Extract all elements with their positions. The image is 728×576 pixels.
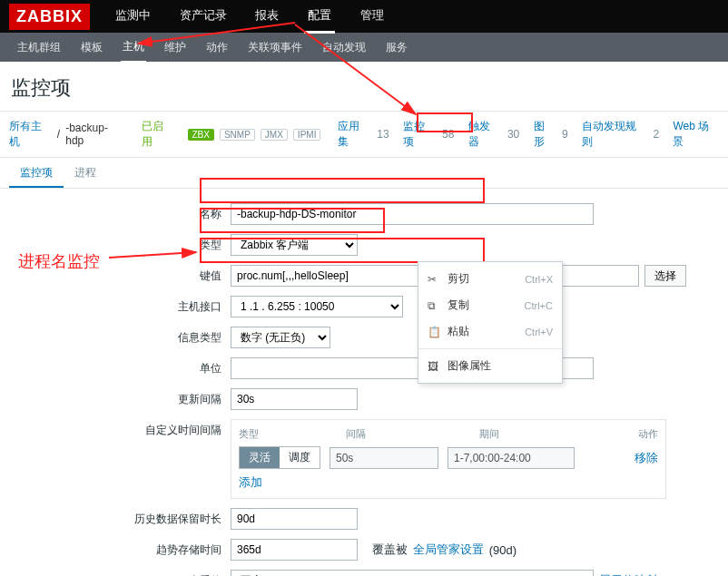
- tabs: 监控项 进程: [0, 158, 728, 189]
- ci-period-input[interactable]: [448, 447, 575, 469]
- interval-label: 更新间隔: [9, 388, 231, 407]
- graphs-count: 9: [562, 128, 568, 141]
- ctx-image-properties[interactable]: 🖼 图像属性: [418, 353, 562, 379]
- ci-col-type: 类型: [239, 427, 346, 441]
- select-key-button[interactable]: 选择: [644, 265, 686, 287]
- interface-select[interactable]: 1 .1 . 6.255 : 10050: [231, 296, 403, 317]
- host-strip: 所有主机 / -backup-hdp 已启用 ZBX SNMP JMX IPMI…: [0, 111, 728, 158]
- triggers-count: 30: [507, 128, 519, 141]
- subnav-templates[interactable]: 模板: [79, 34, 104, 62]
- nav-admin[interactable]: 管理: [357, 0, 388, 31]
- copy-icon: ⧉: [428, 299, 448, 312]
- context-menu: ✂ 剪切 Ctrl+X ⧉ 复制 Ctrl+C 📋 粘贴 Ctrl+V 🖼 图像…: [418, 261, 563, 384]
- ci-sched-option[interactable]: 调度: [280, 447, 320, 468]
- history-input[interactable]: [231, 508, 358, 530]
- nav-config[interactable]: 配置: [304, 0, 335, 34]
- unit-label: 单位: [9, 357, 231, 376]
- graphs-link[interactable]: 图形: [534, 119, 555, 150]
- nav-monitor[interactable]: 监测中: [112, 0, 154, 31]
- ctx-cut-label: 剪切: [448, 271, 525, 287]
- triggers-link[interactable]: 触发器: [468, 119, 500, 150]
- ci-add-link[interactable]: 添加: [239, 475, 262, 489]
- image-icon: 🖼: [428, 360, 448, 373]
- ci-remove-link[interactable]: 移除: [635, 450, 658, 466]
- ci-col-period: 期间: [479, 427, 613, 441]
- trend-label: 趋势存储时间: [9, 539, 231, 558]
- sep: /: [57, 128, 60, 141]
- host-status: 已启用: [142, 119, 173, 150]
- items-count: 58: [442, 128, 454, 141]
- tab-item[interactable]: 监控项: [9, 158, 64, 188]
- top-bar: ZABBIX 监测中 资产记录 报表 配置 管理: [0, 0, 728, 33]
- name-label: 名称: [9, 203, 231, 222]
- top-nav: 监测中 资产记录 报表 配置 管理: [103, 0, 397, 34]
- ipmi-badge: IPMI: [293, 129, 321, 141]
- ci-type-segment[interactable]: 灵活 调度: [239, 446, 320, 469]
- ctx-copy[interactable]: ⧉ 复制 Ctrl+C: [418, 292, 562, 318]
- sub-nav: 主机群组 模板 主机 维护 动作 关联项事件 自动发现 服务: [0, 33, 728, 62]
- trend-suffix: (90d): [489, 543, 516, 557]
- scissors-icon: ✂: [428, 273, 448, 286]
- jmx-badge: JMX: [261, 129, 288, 141]
- trend-global-link[interactable]: 全局管家设置: [413, 542, 484, 558]
- subnav-hostgroups[interactable]: 主机群组: [15, 34, 63, 62]
- ctx-cut-key: Ctrl+X: [525, 274, 553, 285]
- ci-interval-input[interactable]: [330, 447, 438, 469]
- apps-link[interactable]: 应用集: [338, 119, 369, 150]
- items-link[interactable]: 监控项: [403, 119, 435, 150]
- drules-link[interactable]: 自动发现规则: [582, 119, 645, 150]
- tab-process[interactable]: 进程: [64, 158, 107, 188]
- subnav-services[interactable]: 服务: [384, 34, 409, 62]
- subnav-correlations[interactable]: 关联项事件: [246, 34, 304, 62]
- ci-col-action: 动作: [614, 427, 658, 441]
- page-title: 监控项: [0, 62, 728, 111]
- annotation-process-monitor: 进程名监控: [18, 250, 100, 272]
- trend-input[interactable]: [231, 539, 358, 561]
- ctx-imgprop-label: 图像属性: [448, 358, 553, 374]
- ci-flex-option[interactable]: 灵活: [240, 447, 280, 468]
- nav-reports[interactable]: 报表: [251, 0, 282, 31]
- ctx-paste[interactable]: 📋 粘贴 Ctrl+V: [418, 318, 562, 345]
- zbx-badge: ZBX: [188, 129, 214, 141]
- showvalue-label: 查看值: [9, 570, 231, 576]
- ctx-paste-key: Ctrl+V: [525, 327, 553, 337]
- dtype-label: 信息类型: [9, 327, 231, 346]
- custom-interval-label: 自定义时间间隔: [9, 419, 231, 438]
- type-select[interactable]: Zabbix 客户端: [231, 234, 358, 256]
- apps-count: 13: [377, 128, 389, 141]
- subnav-hosts[interactable]: 主机: [121, 33, 146, 63]
- showvalue-select[interactable]: 不变: [231, 570, 594, 576]
- ctx-separator: [418, 348, 562, 349]
- logo: ZABBIX: [9, 4, 90, 30]
- interface-label: 主机接口: [9, 296, 231, 315]
- web-link[interactable]: Web 场景: [673, 119, 719, 150]
- ctx-copy-key: Ctrl+C: [525, 300, 553, 311]
- history-label: 历史数据保留时长: [9, 508, 231, 527]
- subnav-actions[interactable]: 动作: [204, 34, 230, 62]
- valuemap-link[interactable]: 展示值映射: [599, 572, 658, 576]
- custom-interval-table: 类型 间隔 期间 动作 灵活 调度 移除 添加: [231, 419, 666, 499]
- trend-override-text: 覆盖被: [372, 542, 408, 558]
- ci-col-interval: 间隔: [346, 427, 479, 441]
- nav-assets[interactable]: 资产记录: [176, 0, 231, 31]
- item-form: 名称 类型 Zabbix 客户端 键值 选择 主机接口 1 .1 . 6.255…: [0, 189, 728, 576]
- interval-input[interactable]: [231, 388, 358, 410]
- subnav-maintenance[interactable]: 维护: [162, 34, 188, 62]
- snmp-badge: SNMP: [220, 129, 255, 141]
- ctx-cut[interactable]: ✂ 剪切 Ctrl+X: [418, 266, 562, 292]
- subnav-discovery[interactable]: 自动发现: [320, 34, 368, 62]
- name-input[interactable]: [231, 203, 594, 225]
- dtype-select[interactable]: 数字 (无正负): [231, 327, 330, 348]
- ctx-copy-label: 复制: [448, 298, 525, 313]
- ctx-paste-label: 粘贴: [448, 324, 525, 339]
- all-hosts-link[interactable]: 所有主机: [9, 119, 52, 150]
- clipboard-icon: 📋: [428, 326, 448, 338]
- host-name-link[interactable]: -backup-hdp: [65, 122, 124, 147]
- drules-count: 2: [653, 128, 659, 141]
